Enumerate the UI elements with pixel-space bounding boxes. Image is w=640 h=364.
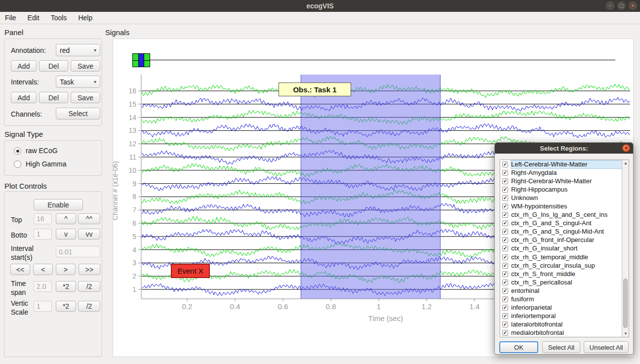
svg-text:2: 2 xyxy=(132,272,136,280)
region-list-item[interactable]: ✓ctx_rh_G_and_S_cingul-Ant xyxy=(500,219,623,228)
menu-item-file[interactable]: File xyxy=(5,13,22,23)
checkbox-icon[interactable]: ✓ xyxy=(502,305,508,311)
dialog-close-icon[interactable]: × xyxy=(622,144,630,152)
bottom-input[interactable] xyxy=(34,229,52,240)
svg-text:5: 5 xyxy=(132,233,136,241)
scroll-down-icon[interactable]: ▼ xyxy=(622,330,629,337)
radio-high-gamma[interactable]: High Gamma xyxy=(14,160,66,168)
svg-text:1.2: 1.2 xyxy=(422,302,432,311)
intervals-save-button[interactable]: Save xyxy=(71,92,100,103)
select-regions-dialog: Select Regions: × ✓Left-Cerebral-White-M… xyxy=(494,142,634,355)
vertical-scale-x2-button[interactable]: *2 xyxy=(56,301,76,312)
svg-text:0.4: 0.4 xyxy=(230,302,240,311)
checkbox-icon[interactable]: ✓ xyxy=(502,212,508,218)
time-span-input[interactable] xyxy=(34,281,52,292)
dialog-title-bar[interactable]: Select Regions: × xyxy=(495,143,633,154)
checkbox-icon[interactable]: ✓ xyxy=(502,220,508,226)
checkbox-icon[interactable]: ✓ xyxy=(502,254,508,260)
region-list-item[interactable]: ✓ctx_rh_S_front_middle xyxy=(500,270,623,278)
time-span-x2-button[interactable]: *2 xyxy=(56,281,76,292)
checkbox-icon[interactable]: ✓ xyxy=(502,296,508,302)
annotation-save-button[interactable]: Save xyxy=(71,60,100,72)
minimize-icon[interactable]: − xyxy=(606,1,614,10)
region-list-item[interactable]: ✓ctx_rh_S_pericallosal xyxy=(500,278,623,286)
intervals-combobox[interactable]: Task ▾ xyxy=(56,76,100,88)
unselect-all-button[interactable]: Unselect All xyxy=(584,341,629,353)
top-upup-button[interactable]: ^^ xyxy=(78,213,100,224)
intervals-del-button[interactable]: Del xyxy=(39,92,68,103)
region-list-item[interactable]: ✓inferiorparietal xyxy=(500,304,623,312)
checkbox-icon[interactable]: ✓ xyxy=(502,322,508,327)
checkbox-icon[interactable]: ✓ xyxy=(502,237,508,243)
nav-prev-button[interactable]: < xyxy=(33,264,53,275)
top-up-button[interactable]: ^ xyxy=(56,213,76,224)
annotation-del-button[interactable]: Del xyxy=(39,60,68,72)
ok-button[interactable]: OK xyxy=(499,341,538,353)
radio-raw-ecog[interactable]: raw ECoG xyxy=(14,147,58,155)
close-icon[interactable]: × xyxy=(629,1,637,10)
annotation-add-button[interactable]: Add xyxy=(11,60,37,72)
region-list-item[interactable]: ✓ctx_rh_G_and_S_cingul-Mid-Ant xyxy=(500,228,623,236)
checkbox-icon[interactable]: ✓ xyxy=(502,162,508,167)
region-list-item[interactable]: ✓Unknown xyxy=(500,194,623,202)
scroll-up-icon[interactable]: ▲ xyxy=(622,160,629,166)
checkbox-icon[interactable]: ✓ xyxy=(502,229,508,235)
region-list-item[interactable]: ✓ctx_rh_G_front_inf-Opercular xyxy=(500,236,623,244)
region-list-item[interactable]: ✓Right-Amygdala xyxy=(500,168,623,177)
svg-text:16: 16 xyxy=(128,87,136,95)
nav-last-button[interactable]: >> xyxy=(79,264,100,275)
interval-start-input[interactable] xyxy=(56,246,100,257)
vertical-scale-input[interactable] xyxy=(34,301,52,312)
checkbox-icon[interactable]: ✓ xyxy=(502,263,508,269)
region-list-item[interactable]: ✓Right-Cerebral-White-Matter xyxy=(500,177,623,185)
region-list-item[interactable]: ✓inferiortemporal xyxy=(500,312,623,321)
checkbox-icon[interactable]: ✓ xyxy=(502,313,508,319)
region-list-item[interactable]: ✓medialorbitofrontal xyxy=(500,329,623,337)
menu-item-tools[interactable]: Tools xyxy=(51,13,73,23)
channels-select-button[interactable]: Select xyxy=(56,108,100,120)
bottom-downdown-button[interactable]: vv xyxy=(78,229,100,240)
menu-item-edit[interactable]: Edit xyxy=(28,13,45,23)
list-scrollbar[interactable]: ▲ ▼ xyxy=(622,160,629,337)
region-name: fusiform xyxy=(511,295,623,303)
region-name: Left-Cerebral-White-Matter xyxy=(511,161,623,168)
checkbox-icon[interactable]: ✓ xyxy=(502,245,508,251)
checkbox-icon[interactable]: ✓ xyxy=(502,288,508,294)
region-list-item[interactable]: ✓Right-Hippocampus xyxy=(500,185,623,194)
region-list-item[interactable]: ✓ctx_rh_G_insular_short xyxy=(500,244,623,253)
select-all-button[interactable]: Select All xyxy=(542,341,580,353)
time-span-div2-button[interactable]: /2 xyxy=(78,281,100,292)
checkbox-icon[interactable]: ✓ xyxy=(502,170,508,176)
checkbox-icon[interactable]: ✓ xyxy=(502,280,508,285)
checkbox-icon[interactable]: ✓ xyxy=(502,330,508,336)
svg-text:13: 13 xyxy=(128,126,136,134)
region-list-item[interactable]: ✓ctx_rh_S_circular_insula_sup xyxy=(500,261,623,270)
region-name: inferiorparietal xyxy=(511,304,623,312)
annotation-combobox[interactable]: red ▾ xyxy=(56,44,100,56)
enable-button[interactable]: Enable xyxy=(34,199,83,210)
menu-item-help[interactable]: Help xyxy=(78,13,98,23)
svg-text:Time (sec): Time (sec) xyxy=(368,314,403,323)
intervals-add-button[interactable]: Add xyxy=(11,92,37,103)
checkbox-icon[interactable]: ✓ xyxy=(502,271,508,277)
nav-next-button[interactable]: > xyxy=(56,264,76,275)
bottom-down-button[interactable]: v xyxy=(56,229,76,240)
radio-high-gamma-label: High Gamma xyxy=(26,160,66,168)
region-list-item[interactable]: ✓lateralorbitofrontal xyxy=(500,321,623,329)
maximize-icon[interactable]: ▢ xyxy=(617,1,626,10)
region-list-item[interactable]: ✓ctx_rh_G_temporal_middle xyxy=(500,253,623,261)
checkbox-icon[interactable]: ✓ xyxy=(502,178,508,184)
region-list-item[interactable]: ✓Left-Cerebral-White-Matter xyxy=(500,160,623,168)
scrollbar-thumb[interactable] xyxy=(623,279,628,328)
region-list-item[interactable]: ✓WM-hypointensities xyxy=(500,202,623,210)
region-list-item[interactable]: ✓fusiform xyxy=(500,295,623,304)
top-input[interactable] xyxy=(34,213,52,224)
region-list-item[interactable]: ✓ctx_rh_G_Ins_lg_and_S_cent_ins xyxy=(500,211,623,219)
event-annotation[interactable]: Event X xyxy=(171,264,210,278)
checkbox-icon[interactable]: ✓ xyxy=(502,203,508,209)
checkbox-icon[interactable]: ✓ xyxy=(502,187,508,193)
nav-first-button[interactable]: << xyxy=(10,264,30,275)
checkbox-icon[interactable]: ✓ xyxy=(502,195,508,201)
region-list-item[interactable]: ✓entorhinal xyxy=(500,286,623,295)
vertical-scale-div2-button[interactable]: /2 xyxy=(78,301,100,312)
